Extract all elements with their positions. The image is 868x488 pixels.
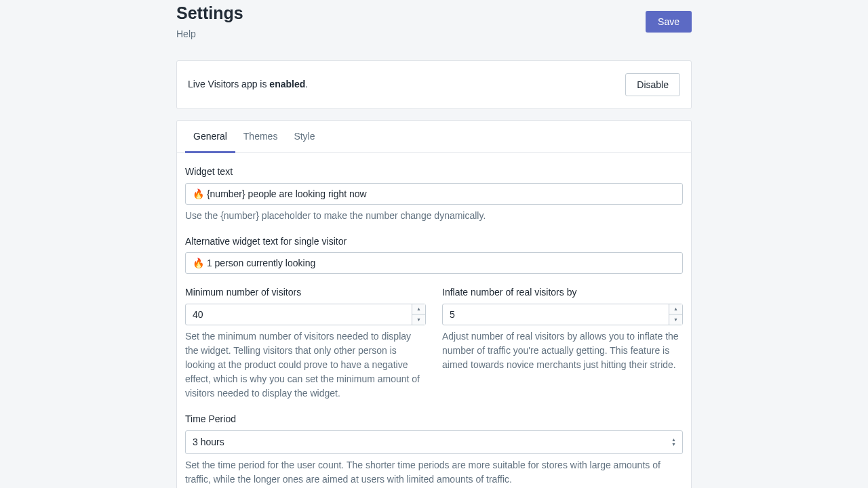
time-period-help: Set the time period for the user count. … xyxy=(185,458,683,487)
alt-text-label: Alternative widget text for single visit… xyxy=(185,235,683,249)
tab-themes[interactable]: Themes xyxy=(235,121,286,153)
tab-general[interactable]: General xyxy=(185,121,235,154)
min-visitors-label: Minimum number of visitors xyxy=(185,286,426,300)
tab-style[interactable]: Style xyxy=(285,121,323,153)
save-button[interactable]: Save xyxy=(646,11,692,33)
help-link[interactable]: Help xyxy=(176,28,243,41)
time-period-select[interactable]: 3 hours xyxy=(185,430,683,455)
page-title: Settings xyxy=(176,1,243,25)
tabs: General Themes Style xyxy=(177,121,691,154)
alt-text-input[interactable] xyxy=(185,252,683,274)
min-visitors-help: Set the minimum number of visitors neede… xyxy=(185,329,426,401)
widget-text-label: Widget text xyxy=(185,165,683,179)
inflate-down[interactable]: ▼ xyxy=(669,314,682,325)
widget-text-help: Use the {number} placeholder to make the… xyxy=(185,209,683,223)
inflate-spinner: ▲ ▼ xyxy=(669,304,682,325)
inflate-label: Inflate number of real visitors by xyxy=(442,286,683,300)
min-visitors-input[interactable] xyxy=(185,304,426,325)
disable-button[interactable]: Disable xyxy=(625,73,680,96)
status-text: Live Visitors app is enabled. xyxy=(188,78,308,92)
inflate-up[interactable]: ▲ xyxy=(669,304,682,315)
min-visitors-down[interactable]: ▼ xyxy=(412,314,425,325)
settings-card: General Themes Style Widget text Use the… xyxy=(176,120,692,488)
inflate-help: Adjust number of real visitors by allows… xyxy=(442,329,683,372)
widget-text-input[interactable] xyxy=(185,183,683,205)
min-visitors-spinner: ▲ ▼ xyxy=(412,304,425,325)
inflate-input[interactable] xyxy=(442,304,683,325)
min-visitors-up[interactable]: ▲ xyxy=(412,304,425,315)
time-period-label: Time Period xyxy=(185,413,683,426)
status-card: Live Visitors app is enabled. Disable xyxy=(176,60,692,109)
